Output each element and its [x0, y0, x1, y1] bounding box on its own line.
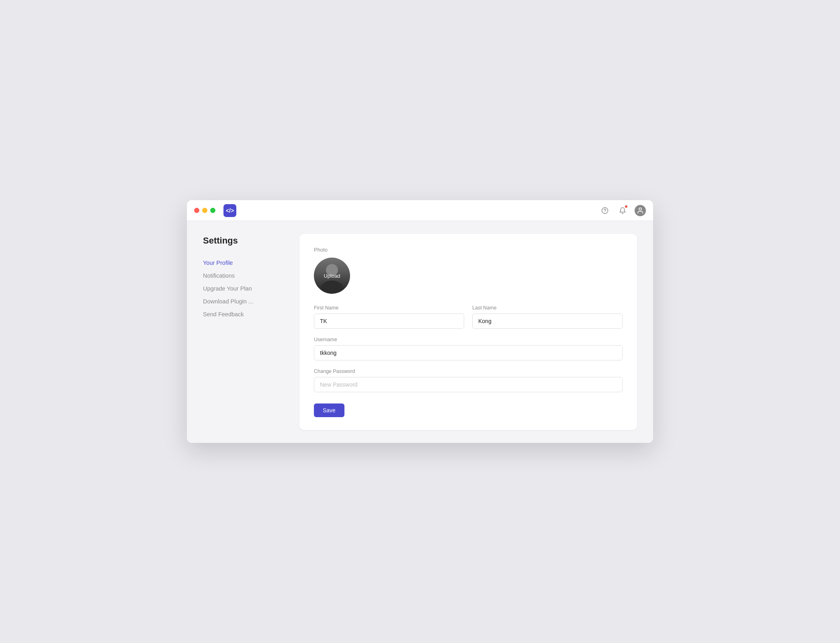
traffic-light-red[interactable] [194, 208, 199, 213]
last-name-label: Last Name [472, 305, 623, 311]
username-label: Username [314, 337, 623, 342]
nav-list: Your Profile Notifications Upgrade Your … [203, 257, 291, 320]
titlebar-right [599, 205, 646, 216]
main-content: Photo Upload First Name Las [291, 234, 637, 430]
avatar-upload[interactable]: Upload [314, 258, 350, 294]
titlebar: </> [187, 200, 653, 221]
photo-label: Photo [314, 247, 623, 253]
sidebar-item-your-profile[interactable]: Your Profile [203, 257, 291, 268]
change-password-label: Change Password [314, 369, 623, 374]
password-group: Change Password [314, 369, 623, 392]
first-name-input[interactable] [314, 313, 464, 329]
app-window: </> [187, 200, 653, 443]
new-password-input[interactable] [314, 377, 623, 392]
traffic-light-yellow[interactable] [202, 208, 207, 213]
username-section: Username [314, 337, 623, 360]
name-row: First Name Last Name [314, 305, 623, 329]
sidebar: Settings Your Profile Notifications Upgr… [203, 234, 291, 430]
sidebar-item-send-feedback[interactable]: Send Feedback [203, 309, 291, 320]
profile-card: Photo Upload First Name Las [299, 234, 637, 430]
last-name-group: Last Name [472, 305, 623, 329]
titlebar-left: </> [194, 204, 236, 217]
notification-badge [625, 205, 628, 208]
sidebar-item-notifications[interactable]: Notifications [203, 270, 291, 281]
page-content: Settings Your Profile Notifications Upgr… [187, 221, 653, 443]
traffic-lights [194, 208, 215, 213]
sidebar-item-download-plugin[interactable]: Download Plugin ... [203, 296, 291, 307]
traffic-light-green[interactable] [210, 208, 215, 213]
photo-section: Photo Upload [314, 247, 623, 294]
username-group: Username [314, 337, 623, 360]
sidebar-item-upgrade-plan[interactable]: Upgrade Your Plan [203, 283, 291, 294]
user-avatar-icon[interactable] [635, 205, 646, 216]
page-title: Settings [203, 235, 291, 246]
first-name-group: First Name [314, 305, 464, 329]
first-name-label: First Name [314, 305, 464, 311]
help-icon[interactable] [599, 205, 611, 216]
svg-point-2 [639, 208, 641, 210]
notification-icon[interactable] [617, 205, 628, 216]
upload-overlay: Upload [314, 258, 350, 294]
last-name-input[interactable] [472, 313, 623, 329]
save-button[interactable]: Save [314, 403, 344, 417]
logo-icon[interactable]: </> [223, 204, 236, 217]
password-section: Change Password [314, 369, 623, 392]
username-input[interactable] [314, 345, 623, 360]
